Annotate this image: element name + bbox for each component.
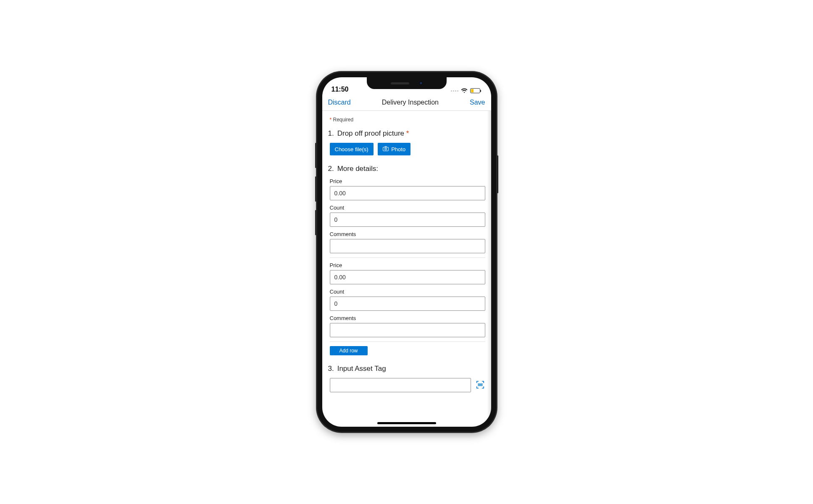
question-3: 3. Input Asset Tag [328,365,485,392]
phone-notch [367,77,447,89]
cellular-dots-icon [451,90,458,92]
question-number: 1. [328,129,334,138]
comments-input[interactable] [330,239,485,253]
home-indicator[interactable] [377,422,436,424]
front-camera [419,81,423,85]
phone-screen: 11:50 Discard [322,77,491,427]
page-title: Delivery Inspection [382,99,439,106]
save-button[interactable]: Save [470,99,485,106]
required-note: * Required [330,117,484,123]
svg-rect-0 [383,147,389,151]
phone-frame: 11:50 Discard [316,71,497,433]
camera-icon [383,146,389,152]
asset-tag-input[interactable] [330,378,471,392]
question-2: 2. More details: Price Count [328,165,485,355]
question-title: More details: [337,165,378,173]
count-label: Count [330,205,485,211]
count-input[interactable] [330,297,485,311]
question-title: Drop off proof picture * [337,129,409,138]
details-row: Price Count Comments [330,178,485,253]
question-number: 3. [328,365,334,373]
details-row: Price Count Comments [330,262,485,337]
take-photo-button[interactable]: Photo [378,143,410,155]
price-label: Price [330,262,485,268]
price-label: Price [330,178,485,184]
count-label: Count [330,289,485,295]
price-input[interactable] [330,270,485,284]
form-content[interactable]: * Required 1. Drop off proof picture * C… [322,111,491,427]
nav-bar: Discard Delivery Inspection Save [322,94,491,111]
question-number: 2. [328,165,334,173]
barcode-icon [476,380,485,391]
status-time: 11:50 [332,86,349,93]
row-divider [330,341,485,342]
battery-icon [470,88,480,93]
svg-point-1 [385,148,387,150]
question-title: Input Asset Tag [337,365,386,373]
price-input[interactable] [330,186,485,200]
speaker-grille [391,82,409,84]
comments-label: Comments [330,315,485,321]
comments-label: Comments [330,231,485,237]
wifi-icon [461,88,468,93]
row-divider [330,257,485,258]
discard-button[interactable]: Discard [328,99,351,106]
barcode-scan-button[interactable] [475,380,485,390]
question-1: 1. Drop off proof picture * Choose file(… [328,129,485,155]
choose-files-button[interactable]: Choose file(s) [330,143,374,155]
count-input[interactable] [330,213,485,227]
comments-input[interactable] [330,323,485,337]
add-row-button[interactable]: Add row [330,346,368,355]
